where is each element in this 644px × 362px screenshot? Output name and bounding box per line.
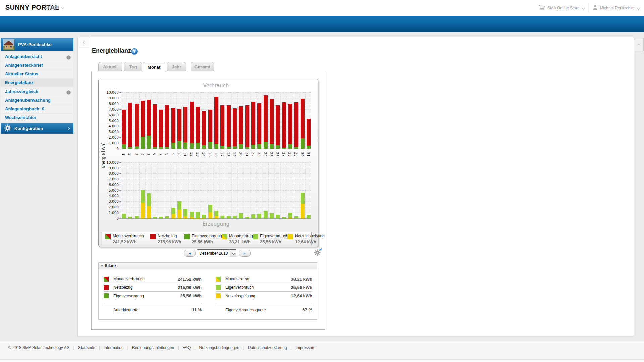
bar-eigenversorgung-day-24 — [264, 142, 268, 149]
collapse-sidebar-button[interactable] — [80, 37, 89, 48]
sidebar-item-wechselrichter[interactable]: Wechselrichter — [1, 114, 73, 122]
store-menu[interactable]: SMA Online Store — [538, 5, 584, 12]
legend-label: Monatsverbrauch — [113, 234, 144, 238]
legend-item-monatsverbrauch: Monatsverbrauch241,52 kWh — [105, 234, 144, 244]
footer-link-datenschutzerkl-rung[interactable]: Datenschutzerklärung — [248, 345, 287, 350]
footer-separator: | — [73, 345, 74, 350]
legend-value: 241,52 kWh — [113, 239, 144, 244]
bar-eigenversorgung-day-16 — [214, 144, 218, 149]
bilanz-quote-value: 11 % — [192, 307, 202, 312]
chevron-down-icon — [637, 6, 640, 9]
x-tick-label: 11 — [183, 150, 187, 158]
sidebar-item-energiebilanz[interactable]: Energiebilanz — [1, 79, 73, 87]
tab-gesamt[interactable]: Gesamt — [191, 62, 214, 71]
bar-netzbezug-day-16 — [214, 97, 218, 144]
y-tick-label: 7.000 — [100, 107, 119, 111]
bar-eigenversorgung-day-14 — [202, 145, 206, 149]
tab-tag[interactable]: Tag — [124, 62, 142, 71]
sidebar-item-konfiguration[interactable]: Konfiguration — [1, 123, 73, 134]
y-tick-label: 9.000 — [100, 96, 119, 100]
bar-eigenversorgung-day-20 — [239, 144, 243, 149]
bilanz-row-netzeinspeisung: Netzeinspeisung12,64 kWh — [216, 292, 312, 300]
chart-settings-gear-icon[interactable] — [314, 249, 321, 257]
tab-jahr[interactable]: Jahr — [167, 62, 186, 71]
x-tick-label: 17 — [220, 150, 224, 158]
bilanz-quote-label: Autarkiequote — [113, 308, 192, 312]
footer-separator: | — [194, 345, 195, 350]
user-menu[interactable]: Michael Perlitschke — [593, 5, 639, 11]
sidebar-item-anlagen-bersicht[interactable]: Anlagenübersicht — [1, 53, 73, 61]
bilanz-divider — [216, 303, 312, 303]
previous-month-button[interactable]: ◀ — [184, 250, 196, 257]
bar-netzbezug-day-25 — [270, 99, 274, 144]
footer-link-faq[interactable]: FAQ — [182, 345, 191, 350]
footer-separator: | — [178, 345, 179, 350]
sidebar-item-jahresvergleich[interactable]: Jahresvergleich — [1, 87, 73, 96]
plant-header[interactable]: PVA-Perlitschke — [1, 38, 73, 51]
chevron-up-icon — [637, 43, 640, 47]
footer-link-startseite[interactable]: Startseite — [78, 345, 95, 350]
bar-netzbezug-day-18 — [227, 105, 231, 147]
y-tick-label: 2.000 — [100, 205, 119, 209]
select-dropdown-arrow — [230, 250, 236, 257]
bar-netzbezug-day-23 — [257, 103, 261, 144]
bilanz-chip-icon — [216, 285, 221, 290]
bilanz-chip-icon — [104, 285, 109, 290]
x-tick-label: 24 — [263, 150, 267, 158]
legend-item-eigenversorgung: Eigenversorgung25,56 kWh — [184, 234, 222, 244]
sidebar-item-anlagenlogbuch-0[interactable]: Anlagenlogbuch: 0 — [1, 105, 73, 113]
page-title: Energiebilanz — [92, 47, 131, 54]
bar-eigenversorgung-day-23 — [257, 144, 261, 149]
sidebar-item-aktueller-status[interactable]: Aktueller Status — [1, 70, 73, 78]
bilanz-panel: ▾ Bilanz Monatsverbrauch241,52 kWhNetzbe… — [98, 262, 317, 320]
y-tick-label: 0 — [100, 216, 119, 220]
next-month-button[interactable]: ▶ — [239, 250, 251, 257]
x-tick-label: 23 — [257, 150, 261, 158]
bar-netzbezug-day-1 — [122, 110, 126, 144]
footer-link-information[interactable]: Information — [104, 345, 124, 350]
bilanz-chip-icon — [216, 293, 221, 298]
bar-eigenverbrauch-day-14 — [202, 215, 206, 218]
legend-item-eigenverbrauch: Eigenverbrauch25,56 kWh — [253, 234, 288, 244]
sidebar-item-anlagensteckbrief[interactable]: Anlagensteckbrief — [1, 61, 73, 69]
tab-monat[interactable]: Monat — [143, 62, 165, 72]
help-icon[interactable]: ? — [131, 48, 138, 55]
footer-link-bedienungsanleitungen[interactable]: Bedienungsanleitungen — [132, 345, 174, 350]
y-tick-label: 10.000 — [100, 160, 119, 164]
collapse-triangle-icon: ▾ — [101, 264, 103, 267]
sidebar-item-label: Anlagensteckbrief — [5, 63, 43, 68]
footer-link-impressum[interactable]: Impressum — [296, 345, 315, 350]
chevron-left-icon — [83, 41, 86, 44]
bilanz-row-monatsertrag: Monatsertrag38,21 kWh — [216, 275, 312, 283]
bar-eigenverbrauch-day-27 — [282, 217, 286, 218]
sidebar-item-label: Anlagenlogbuch: 0 — [5, 106, 44, 111]
bilanz-chip-icon — [216, 277, 221, 282]
store-label: SMA Online Store — [547, 6, 579, 10]
legend-value: 38,21 kWh — [229, 239, 253, 244]
language-label: Deutsch — [44, 5, 59, 10]
y-tick-label: 6.000 — [100, 113, 119, 117]
bar-eigenversorgung-day-19 — [233, 146, 237, 149]
gear-icon — [4, 124, 11, 133]
chevron-right-icon — [67, 127, 70, 130]
bilanz-row-value: 215,96 kWh — [178, 285, 202, 290]
y-tick-label: 4.000 — [100, 194, 119, 198]
sidebar-item-label: Anlagenüberwachung — [5, 98, 51, 103]
footer-link-nutzungsbedingungen[interactable]: Nutzungsbedingungen — [199, 345, 239, 350]
bilanz-right-column: Monatsertrag38,21 kWhEigenverbrauch25,56… — [216, 263, 312, 319]
y-tick-label: 8.000 — [100, 102, 119, 106]
sidebar-item-anlagen-berwachung[interactable]: Anlagenüberwachung — [1, 96, 73, 104]
bar-netzbezug-day-17 — [220, 105, 224, 146]
bar-netzeinspeisung-day-10 — [177, 210, 181, 218]
x-tick-label: 10 — [177, 150, 181, 158]
collapse-ribbon-button[interactable] — [635, 38, 644, 51]
month-year-select[interactable]: Dezember 2018 — [197, 249, 236, 257]
language-selector[interactable]: Deutsch — [44, 5, 64, 10]
legend-label: Eigenversorgung — [192, 234, 222, 238]
bar-eigenverbrauch-day-28 — [288, 213, 292, 218]
x-tick-label: 4 — [140, 150, 144, 158]
x-tick-label: 15 — [208, 150, 212, 158]
tab-aktuell[interactable]: Aktuell — [98, 62, 122, 71]
y-tick-label: 2.000 — [100, 135, 119, 139]
bar-eigenversorgung-day-13 — [196, 143, 200, 149]
